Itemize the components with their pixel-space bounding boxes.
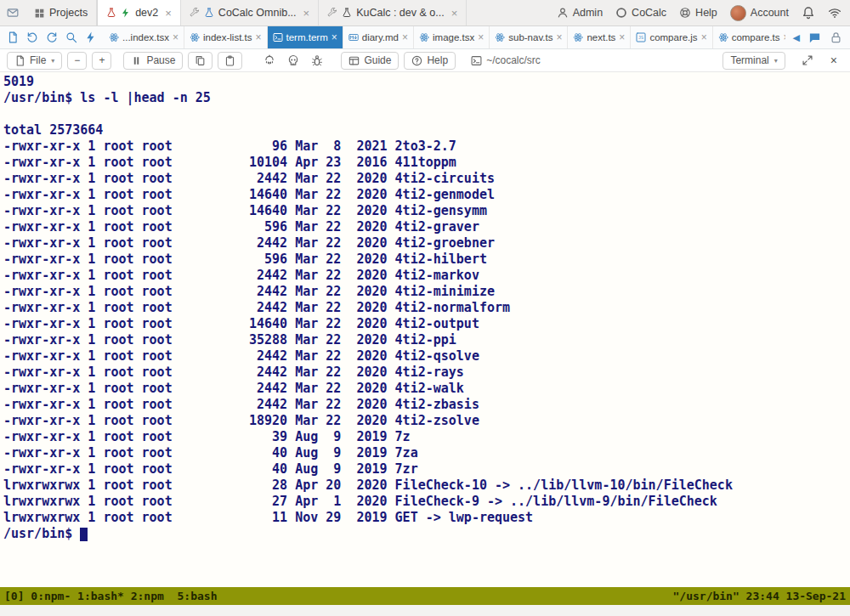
copy-button[interactable] [188, 52, 212, 70]
lifering-icon [679, 7, 691, 19]
terminal-type-select[interactable]: Terminal ▾ [722, 52, 785, 70]
close-tab-icon[interactable]: × [402, 31, 408, 43]
project-favicon [342, 8, 352, 18]
shower-icon [264, 54, 275, 66]
close-tab-icon[interactable]: × [173, 31, 178, 43]
file-type-icon [636, 32, 646, 42]
close-tab-icon[interactable]: × [556, 31, 562, 43]
close-tab-icon[interactable]: × [303, 7, 310, 20]
close-frame-icon[interactable]: × [824, 54, 843, 67]
chevron-down-icon: ▾ [774, 57, 778, 65]
file-tab-bar-right: ◀ [785, 26, 850, 48]
project-tab-label: CoCalc Omnib... [218, 7, 297, 19]
top-bar: Projects dev2 × CoCalc Omnib... × KuCalc… [0, 0, 850, 26]
projects-tab[interactable]: Projects [26, 0, 97, 25]
file-tab-label: index-list.ts [203, 32, 252, 42]
file-tab[interactable]: diary.md × [343, 26, 414, 48]
project-favicon [204, 8, 214, 18]
top-bar-right: Admin CoCalc Help Account [557, 5, 850, 21]
close-tab-icon[interactable]: × [478, 31, 484, 43]
envelope-icon [7, 7, 19, 19]
lock-icon[interactable] [830, 31, 842, 44]
file-tab[interactable]: index-list.ts × [184, 26, 268, 48]
projects-label: Projects [49, 7, 88, 19]
zoom-out-button[interactable]: − [67, 52, 87, 70]
cocalc-menu[interactable]: CoCalc [615, 7, 666, 19]
close-tab-icon[interactable]: × [256, 31, 262, 43]
bottom-strip [0, 605, 850, 616]
notifications-bell-icon[interactable] [802, 6, 815, 20]
file-tab-label: compare.js [649, 32, 697, 42]
cocalc-app-icon[interactable] [7, 7, 19, 19]
terminal[interactable]: 5019 /usr/bin$ ls -l |head -n 25 total 2… [0, 72, 850, 587]
pause-icon [131, 55, 142, 66]
projects-grid-icon [34, 8, 45, 19]
kill-process-button[interactable] [281, 54, 305, 66]
project-tab-label: KuCalc : dev & o... [356, 7, 445, 19]
project-favicon [106, 8, 116, 18]
file-tab-label: image.tsx [433, 32, 474, 42]
scroll-tabs-left-icon[interactable]: ◀ [793, 32, 800, 43]
help-menu[interactable]: Help [679, 7, 717, 19]
file-type-icon [718, 32, 728, 42]
project-favicon [327, 8, 337, 18]
pause-button[interactable]: Pause [123, 52, 183, 70]
bolt-icon[interactable] [85, 31, 97, 43]
guide-button[interactable]: Guide [341, 52, 399, 70]
file-type-icon [348, 32, 359, 42]
project-favicon [121, 8, 131, 18]
file-type-icon [190, 32, 200, 42]
file-type-icon [573, 32, 583, 42]
file-tab[interactable]: term.term × [268, 26, 343, 48]
terminal-prompt-line: /usr/bin$ [3, 526, 847, 542]
file-tab-label: sub-nav.ts [508, 32, 552, 42]
file-tab-label: next.ts [586, 32, 615, 42]
person-icon [557, 7, 569, 19]
project-tab-label: dev2 [135, 7, 158, 19]
fullscreen-icon[interactable] [796, 54, 819, 66]
file-menu-button[interactable]: File ▾ [7, 52, 62, 70]
file-tab[interactable]: ...index.tsx × [104, 26, 184, 48]
file-tab-label: ...index.tsx [122, 32, 169, 42]
project-tab-cocalc-omnib[interactable]: CoCalc Omnib... × [181, 0, 319, 25]
zoom-in-button[interactable]: + [92, 52, 111, 70]
close-tab-icon[interactable]: × [701, 31, 707, 43]
admin-menu[interactable]: Admin [557, 7, 603, 19]
terminal-output: 5019 /usr/bin$ ls -l |head -n 25 total 2… [3, 74, 847, 526]
avatar [730, 5, 746, 21]
help-button[interactable]: Help [404, 52, 456, 70]
close-tab-icon[interactable]: × [619, 31, 625, 43]
terminal-cursor [80, 528, 88, 541]
close-tab-icon[interactable]: × [451, 7, 458, 20]
file-tab[interactable]: sub-nav.ts × [490, 26, 568, 48]
close-tab-icon[interactable]: × [165, 7, 172, 20]
file-tab[interactable]: next.ts × [568, 26, 631, 48]
bug-button[interactable] [305, 54, 329, 66]
file-tab-label: compare.ts [732, 32, 780, 42]
project-tab-dev2[interactable]: dev2 × [97, 0, 181, 25]
file-tab-label: term.term [286, 32, 328, 42]
connection-status-icon[interactable] [828, 6, 842, 20]
search-icon[interactable] [65, 31, 77, 43]
file-type-icon [419, 32, 429, 42]
skull-icon [287, 54, 299, 66]
file-tab[interactable]: image.tsx × [414, 26, 490, 48]
file-tab-label: diary.md [362, 32, 399, 42]
clear-terminal-button[interactable] [258, 54, 281, 66]
chat-icon[interactable] [808, 31, 821, 44]
history-forward-icon[interactable] [46, 31, 58, 43]
bell-icon [802, 6, 815, 20]
guide-icon [348, 55, 360, 66]
project-tab-kucalc[interactable]: KuCalc : dev & o... × [319, 0, 467, 25]
account-menu[interactable]: Account [730, 5, 789, 21]
terminal-icon [471, 55, 482, 66]
paste-button[interactable] [218, 52, 242, 70]
terminal-prompt: /usr/bin$ [3, 526, 80, 541]
close-tab-icon[interactable]: × [332, 31, 337, 43]
tmux-session-info: "/usr/bin" 23:44 13-Sep-21 [673, 590, 847, 602]
file-tab[interactable]: compare.js × [631, 26, 712, 48]
file-tab[interactable]: compare.ts × [713, 26, 785, 48]
files-icon[interactable] [7, 31, 19, 43]
history-back-icon[interactable] [26, 31, 38, 43]
file-tab-bar: ...index.tsx × index-list.ts × term.term… [0, 26, 850, 49]
